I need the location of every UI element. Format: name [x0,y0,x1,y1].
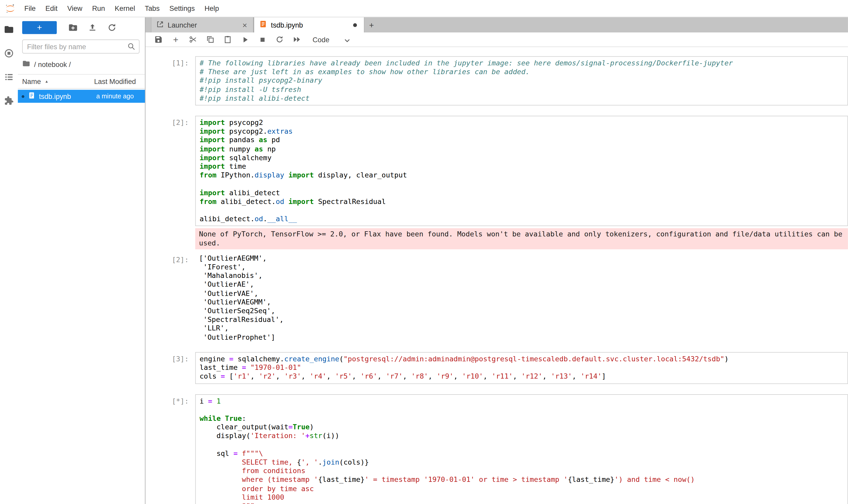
run-all-icon[interactable] [292,35,302,44]
close-icon[interactable]: × [241,21,248,29]
restart-kernel-icon[interactable] [275,35,285,44]
cell-input-prompt: [3]: [145,352,195,364]
chevron-down-icon [345,36,350,44]
breadcrumb[interactable]: / notebook / [18,56,145,74]
tab-bar: Launcher × tsdb.ipynb + [145,17,848,33]
cell-code-editor[interactable]: i = 1 while True: clear_output(wait=True… [195,394,848,504]
column-name[interactable]: Name ▲ [22,77,94,86]
upload-icon[interactable] [87,22,98,33]
sort-ascending-icon: ▲ [45,79,49,84]
file-list: tsdb.ipynb a minute ago [18,89,145,103]
breadcrumb-folder-icon[interactable] [22,59,30,69]
unsaved-changes-indicator[interactable] [353,23,357,27]
notebook-tab-icon [259,20,267,30]
file-row[interactable]: tsdb.ipynb a minute ago [18,90,145,103]
notebook-cell: [*]:i = 1 while True: clear_output(wait=… [145,394,848,504]
file-modified: a minute ago [96,92,143,100]
notebook-toolbar: + [145,33,848,47]
new-launcher-button[interactable]: + [22,21,57,34]
stderr-output: None of PyTorch, TensorFlow >= 2.0, or F… [195,229,848,249]
refresh-icon[interactable] [107,22,118,33]
notebook-cell: [2]:import psycopg2import psycopg2.extra… [145,115,848,342]
tab-launcher[interactable]: Launcher × [151,17,254,33]
copy-icon[interactable] [205,35,215,44]
notebook-scroll-area[interactable]: [1]:# The following libraries have alrea… [145,47,848,504]
file-browser: + / notebo [18,17,145,504]
cell-type-dropdown[interactable]: Code [313,36,350,44]
extensions-icon[interactable] [4,95,14,106]
cell-input-prompt: [1]: [145,56,195,68]
menu-item-file[interactable]: File [20,0,41,17]
run-icon[interactable] [240,35,250,44]
paste-icon[interactable] [223,35,233,44]
notebook-cell: [1]:# The following libraries have alrea… [145,56,848,105]
menu-item-tabs[interactable]: Tabs [140,0,164,17]
table-of-contents-icon[interactable] [4,71,14,82]
cell-output-prompt [145,229,195,233]
file-name: tsdb.ipynb [39,92,96,101]
menu-item-run[interactable]: Run [87,0,110,17]
menu-item-settings[interactable]: Settings [165,0,200,17]
cell-code-editor[interactable]: # The following libraries have already b… [195,56,848,105]
search-icon[interactable] [127,42,136,53]
stop-icon[interactable] [257,35,267,44]
menu-item-view[interactable]: View [62,0,87,17]
tab-notebook[interactable]: tsdb.ipynb [254,17,364,33]
column-name-label: Name [22,77,41,86]
notebook-cell: [3]:engine = sqlalchemy.create_engine("p… [145,352,848,384]
open-file-indicator [22,95,24,98]
cell-type-value: Code [313,36,329,44]
file-browser-toolbar: + [18,20,145,38]
menu-item-help[interactable]: Help [200,0,224,17]
new-tab-button[interactable]: + [364,17,379,33]
tab-label: tsdb.ipynb [271,21,303,29]
filter-files-input[interactable] [22,39,140,54]
cell-input-prompt: [2]: [145,115,195,127]
jupyterlab-window: File Edit View Run Kernel Tabs Settings … [0,0,848,504]
notebook-file-icon [28,91,36,101]
file-filter [22,39,140,54]
new-folder-icon[interactable] [68,22,78,33]
cell-output-prompt: [2]: [145,251,195,265]
cell-code-editor[interactable]: engine = sqlalchemy.create_engine("postg… [195,352,848,384]
menu-bar: File Edit View Run Kernel Tabs Settings … [0,0,848,17]
main-area: Launcher × tsdb.ipynb + + [145,17,848,504]
sidebar-activity-bar [0,17,18,504]
file-browser-icon[interactable] [4,24,14,35]
cut-icon[interactable] [188,35,198,44]
column-last-modified[interactable]: Last Modified [94,77,141,86]
save-icon[interactable] [154,35,163,44]
add-cell-icon[interactable]: + [171,35,181,44]
tab-label: Launcher [168,21,197,29]
breadcrumb-path[interactable]: / notebook / [34,60,71,69]
menu-item-edit[interactable]: Edit [40,0,62,17]
cell-input-prompt: [*]: [145,394,195,406]
menu-item-kernel[interactable]: Kernel [110,0,140,17]
execute-result: ['OutlierAEGMM', 'IForest', 'Mahalanobis… [195,251,848,342]
launcher-tab-icon [156,20,164,30]
running-kernels-icon[interactable] [4,48,14,58]
cell-code-editor[interactable]: import psycopg2import psycopg2.extrasimp… [195,115,848,226]
file-list-header: Name ▲ Last Modified [18,74,145,89]
jupyter-logo-icon [4,2,17,15]
